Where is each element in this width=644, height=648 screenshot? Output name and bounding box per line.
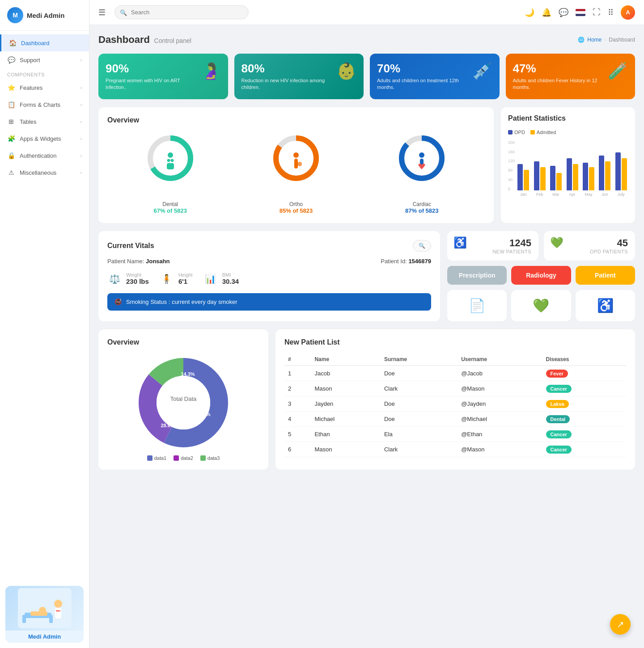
donut-inner-dental: + - <box>162 151 178 173</box>
sidebar-item-dashboard[interactable]: 🏠 Dashboard <box>0 34 89 51</box>
sidebar-item-apps-widgets[interactable]: 🧩 Apps & Widgets › <box>0 130 89 147</box>
stat-card-content: 90% Pregnant women with HIV on ART infec… <box>106 62 197 91</box>
height-value: 6'1 <box>178 278 193 285</box>
moon-icon[interactable]: 🌙 <box>525 8 534 17</box>
stat-desc: Adults and children on treatment 12th mo… <box>377 77 469 91</box>
bar-opd <box>550 166 555 190</box>
search-input[interactable] <box>114 5 249 19</box>
brand-highlight: Medi <box>28 633 42 640</box>
sidebar-item-authentication[interactable]: 🔒 Authentication › <box>0 147 89 164</box>
action-buttons-row: Prescription Radiology Patient <box>447 266 635 285</box>
document-action-card[interactable]: 📄 <box>447 290 507 321</box>
svg-rect-20 <box>294 159 298 168</box>
bar-admitted <box>540 167 546 190</box>
sidebar-item-tables[interactable]: ⊞ Tables › <box>0 113 89 130</box>
patient-button[interactable]: Patient <box>576 266 635 285</box>
height-label: Height <box>178 272 193 278</box>
cell-num: 3 <box>284 396 311 411</box>
fab-button[interactable]: ↗ <box>610 614 631 635</box>
topbar: ☰ 🔍 🌙 🔔 💬 ⛶ ⠿ A <box>89 0 644 25</box>
weight-value: 230 lbs <box>126 278 149 285</box>
weight-info: Weight 230 lbs <box>126 272 149 285</box>
sidebar-item-label: Forms & Charts <box>20 101 60 108</box>
fab-icon: ↗ <box>617 619 624 630</box>
stat-card-content: 47% Adults and children Fever History in… <box>513 62 605 91</box>
heartbeat-icon: 💚 <box>533 298 549 313</box>
vitals-card: Current Vitals 🔍 Patient Name: Jonsahn P… <box>98 231 440 321</box>
data3-label: data3 <box>208 455 220 461</box>
svg-rect-3 <box>49 615 53 623</box>
breadcrumb-home[interactable]: Home <box>587 37 602 43</box>
wheelchair-action-card[interactable]: ♿ <box>576 290 635 321</box>
table-row: 6 Mason Clark @Mason Cancer <box>284 442 626 457</box>
opd-patients-card: 💚 45 OPD PATIENTS <box>544 231 635 261</box>
sidebar-banner: Medi Admin <box>5 586 84 643</box>
table-row: 1 Jacob Doe @Jacob Fever <box>284 366 626 381</box>
table-row: 4 Michael Doe @Michael Dental <box>284 411 626 426</box>
bar-chart-area: 200 160 120 80 40 0 JanFebMarAprMayJunJu… <box>508 139 628 198</box>
hamburger-button[interactable]: ☰ <box>98 8 106 17</box>
overview-title: Overview <box>107 116 485 124</box>
cell-surname: Clark <box>381 442 458 457</box>
sidebar-item-miscellaneous[interactable]: ⚠ Miscellaneous › <box>0 164 89 181</box>
svg-text:57.1%: 57.1% <box>196 412 210 417</box>
vitals-header: Current Vitals 🔍 <box>107 240 431 252</box>
grid-icon[interactable]: ⠿ <box>608 8 614 17</box>
expand-icon[interactable]: ⛶ <box>593 8 601 17</box>
bmi-info: BMI 30.34 <box>222 272 239 285</box>
quick-stats-area: ♿ 1245 NEW PATIENTS 💚 45 OPD PATIENTS Pr… <box>447 231 635 321</box>
admitted-legend-dot <box>530 130 535 135</box>
stat-card-fever: 47% Adults and children Fever History in… <box>506 54 636 99</box>
disease-badge: Cancer <box>546 385 572 393</box>
dental-label: Dental <box>162 201 178 207</box>
overview-card: Overview <box>98 107 494 223</box>
cell-surname: Ela <box>381 426 458 442</box>
legend: OPD Admitted <box>508 130 628 135</box>
bar-admitted <box>573 164 578 190</box>
donut-ortho: Ortho 85% of 5823 <box>269 131 323 214</box>
height-icon: 🧍 <box>160 272 174 286</box>
heart-monitor-icon: 💚 <box>550 236 564 249</box>
table-row: 5 Ethan Ela @Ethan Cancer <box>284 426 626 442</box>
sidebar-item-support[interactable]: 💬 Support › <box>0 51 89 68</box>
bottom-row: Overview Total Data 28.6% <box>98 329 635 470</box>
donut-chart-area: Total Data 28.6% 57.1% 14.3% data1 <box>107 353 259 461</box>
cell-username: @Michael <box>458 411 542 426</box>
data1-dot <box>147 455 153 461</box>
bar-month-label: Mar <box>552 192 559 197</box>
topbar-right: 🌙 🔔 💬 ⛶ ⠿ A <box>525 5 635 20</box>
admitted-legend-label: Admitted <box>537 130 556 135</box>
flag-icon[interactable] <box>576 9 585 16</box>
bar-opd <box>615 152 621 190</box>
bmi-icon: 📊 <box>203 272 218 286</box>
cell-disease: Dental <box>542 411 627 426</box>
sidebar-item-features[interactable]: ⭐ Features › <box>0 79 89 96</box>
prescription-button[interactable]: Prescription <box>447 266 507 285</box>
stat-card-content: 80% Reduction in new HIV infection among… <box>242 62 333 91</box>
svg-rect-2 <box>22 615 26 623</box>
chevron-right-icon: › <box>80 102 82 107</box>
cell-disease: Cancer <box>542 381 627 396</box>
disease-badge: Fever <box>546 370 568 378</box>
cell-username: @Mason <box>458 442 542 457</box>
avatar[interactable]: A <box>621 5 635 20</box>
vitals-title: Current Vitals <box>107 242 154 250</box>
legend-data2: data2 <box>174 455 193 461</box>
radiology-button[interactable]: Radiology <box>511 266 571 285</box>
chevron-right-icon: › <box>80 85 82 90</box>
donut-overview-svg: Total Data 28.6% 57.1% 14.3% <box>134 353 233 452</box>
bar-month-label: Feb <box>536 192 543 197</box>
breadcrumb-current: Dashboard <box>609 37 635 43</box>
cell-num: 2 <box>284 381 311 396</box>
tables-icon: ⊞ <box>7 118 15 126</box>
chat-icon[interactable]: 💬 <box>559 8 568 17</box>
cell-surname: Doe <box>381 366 458 381</box>
sidebar-item-forms-charts[interactable]: 📋 Forms & Charts › <box>0 96 89 113</box>
logo-icon: M <box>7 7 23 23</box>
bar-month-label: Jan <box>520 192 527 197</box>
heartbeat-action-card[interactable]: 💚 <box>511 290 571 321</box>
bell-icon[interactable]: 🔔 <box>542 8 551 17</box>
vitals-search[interactable]: 🔍 <box>413 240 431 252</box>
disease-badge: Lakva <box>546 400 569 408</box>
cell-disease: Fever <box>542 366 627 381</box>
